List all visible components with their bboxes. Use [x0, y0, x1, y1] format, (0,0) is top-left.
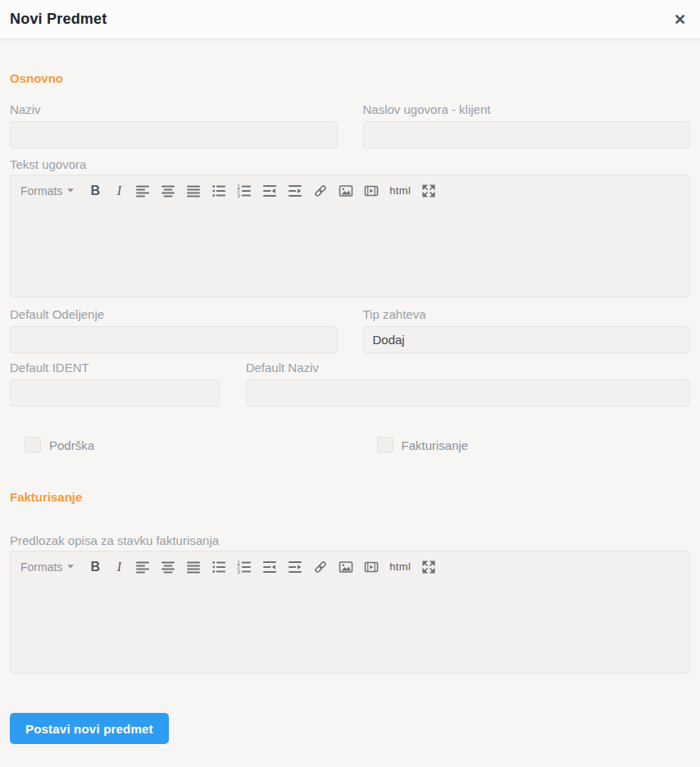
bullet-list-icon: [211, 184, 226, 198]
chevron-down-icon: [67, 188, 74, 193]
field-tip-zahteva: Tip zahteva Dodaj: [363, 307, 691, 353]
html-source-button[interactable]: html: [389, 184, 411, 197]
align-left-button[interactable]: [135, 184, 150, 198]
align-center-icon: [161, 560, 175, 574]
editor-toolbar: Formats B I html: [11, 551, 689, 578]
field-naziv: Naziv: [10, 102, 338, 148]
image-icon: [339, 560, 353, 574]
fakturisanje-label: Fakturisanje: [402, 438, 469, 452]
link-icon: [313, 184, 328, 198]
modal-header: Novi Predmet ✕: [0, 0, 700, 39]
align-left-icon: [135, 184, 150, 198]
formats-dropdown[interactable]: Formats: [20, 184, 74, 197]
outdent-icon: [262, 560, 277, 574]
insert-image-button[interactable]: [339, 184, 353, 198]
editor-toolbar: Formats B I html: [11, 175, 689, 202]
outdent-button[interactable]: [262, 560, 277, 574]
section-heading-fakturisanje: Fakturisanje: [10, 490, 690, 504]
modal-title: Novi Predmet: [10, 11, 107, 28]
indent-icon: [288, 184, 302, 198]
indent-icon: [288, 560, 302, 574]
submit-new-case-button[interactable]: Postavi novi predmet: [10, 713, 169, 744]
align-justify-button[interactable]: [186, 560, 201, 574]
field-podrska: Podrška: [10, 437, 338, 453]
naziv-label: Naziv: [10, 102, 338, 117]
numbered-list-icon: [237, 184, 252, 198]
fullscreen-button[interactable]: [421, 184, 436, 198]
align-center-icon: [161, 184, 175, 198]
bullet-list-button[interactable]: [211, 560, 226, 574]
insert-image-button[interactable]: [339, 560, 353, 574]
media-icon: [364, 184, 379, 198]
numbered-list-button[interactable]: [237, 184, 252, 198]
tekst-ugovora-editor: Formats B I html: [10, 175, 690, 297]
fakturisanje-checkbox[interactable]: [377, 437, 393, 453]
predlozak-opisa-label: Predlozak opisa za stavku fakturisanja: [10, 533, 690, 548]
default-ident-input[interactable]: [10, 379, 220, 406]
close-icon[interactable]: ✕: [674, 12, 686, 27]
bold-button[interactable]: B: [88, 184, 102, 198]
bullet-list-icon: [211, 560, 226, 574]
image-icon: [339, 184, 353, 198]
default-naziv-label: Default Naziv: [246, 361, 690, 375]
podrska-label: Podrška: [49, 438, 94, 452]
numbered-list-icon: [237, 560, 252, 574]
italic-button[interactable]: I: [113, 560, 125, 574]
chevron-down-icon: [67, 565, 74, 569]
align-justify-icon: [186, 560, 201, 574]
link-button[interactable]: [313, 184, 328, 198]
default-naziv-input[interactable]: [246, 379, 690, 406]
podrska-checkbox[interactable]: [25, 437, 41, 453]
new-case-modal: Novi Predmet ✕ Osnovno Naziv Naslov ugov…: [0, 0, 700, 744]
default-odeljenje-input[interactable]: [10, 326, 338, 353]
field-default-ident: Default IDENT: [10, 361, 220, 406]
modal-body: Osnovno Naziv Naslov ugovora - klijent T…: [0, 71, 700, 744]
fullscreen-icon: [421, 184, 436, 198]
row-ident-naziv: Default IDENT Default Naziv: [10, 361, 690, 406]
tip-zahteva-select[interactable]: Dodaj: [363, 326, 691, 353]
tekst-ugovora-content[interactable]: [11, 202, 689, 297]
tekst-ugovora-label: Tekst ugovora: [10, 157, 690, 172]
naslov-ugovora-label: Naslov ugovora - klijent: [363, 102, 691, 117]
row-checkboxes: Podrška Fakturisanje: [10, 437, 690, 453]
bullet-list-button[interactable]: [211, 184, 226, 198]
align-center-button[interactable]: [161, 560, 175, 574]
default-ident-label: Default IDENT: [10, 361, 220, 375]
row-naziv-naslov: Naziv Naslov ugovora - klijent: [10, 102, 690, 148]
align-justify-icon: [186, 184, 201, 198]
numbered-list-button[interactable]: [237, 560, 252, 574]
align-left-button[interactable]: [135, 560, 150, 574]
field-fakturisanje: Fakturisanje: [363, 437, 691, 453]
link-button[interactable]: [313, 560, 328, 574]
bold-button[interactable]: B: [88, 560, 102, 574]
formats-label: Formats: [20, 184, 62, 197]
field-default-naziv: Default Naziv: [246, 361, 690, 406]
media-icon: [364, 560, 379, 574]
insert-media-button[interactable]: [364, 560, 379, 574]
section-heading-osnovno: Osnovno: [10, 71, 690, 85]
indent-button[interactable]: [288, 560, 302, 574]
fullscreen-button[interactable]: [421, 560, 436, 574]
italic-button[interactable]: I: [113, 184, 125, 198]
formats-dropdown[interactable]: Formats: [20, 560, 74, 574]
align-center-button[interactable]: [161, 184, 175, 198]
indent-button[interactable]: [288, 184, 302, 198]
field-naslov-ugovora: Naslov ugovora - klijent: [363, 102, 691, 148]
align-left-icon: [135, 560, 150, 574]
insert-media-button[interactable]: [364, 184, 379, 198]
align-justify-button[interactable]: [186, 184, 201, 198]
formats-label: Formats: [20, 560, 62, 574]
naslov-ugovora-input[interactable]: [363, 121, 691, 148]
default-odeljenje-label: Default Odeljenje: [10, 307, 338, 322]
link-icon: [313, 560, 328, 574]
naziv-input[interactable]: [10, 121, 338, 148]
outdent-icon: [262, 184, 277, 198]
outdent-button[interactable]: [262, 184, 277, 198]
fullscreen-icon: [421, 560, 436, 574]
predlozak-opisa-content[interactable]: [11, 578, 689, 674]
predlozak-opisa-editor: Formats B I html: [10, 551, 690, 674]
tip-zahteva-label: Tip zahteva: [363, 307, 691, 322]
tip-zahteva-value: Dodaj: [373, 333, 405, 347]
html-source-button[interactable]: html: [389, 560, 411, 573]
row-odeljenje-tip: Default Odeljenje Tip zahteva Dodaj: [10, 307, 690, 353]
